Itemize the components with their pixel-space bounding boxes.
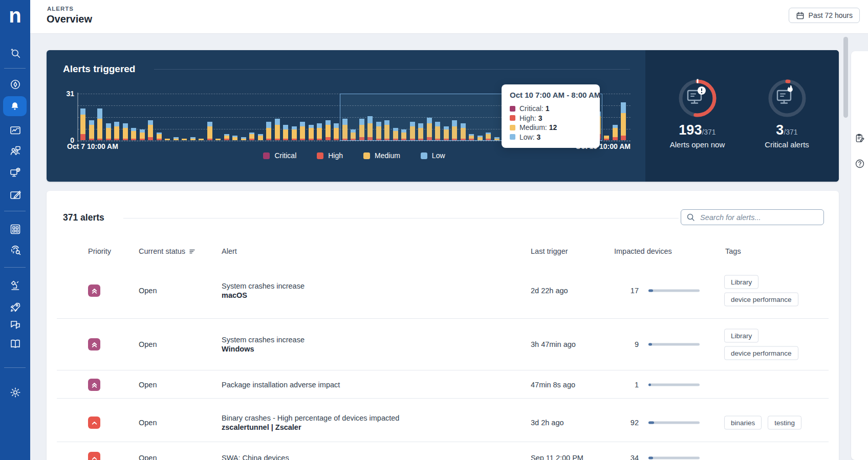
alert-bar[interactable] xyxy=(326,120,331,140)
alert-bar[interactable] xyxy=(157,133,162,140)
sidebar-item-campaigns[interactable] xyxy=(5,185,26,206)
sidebar-item-applications[interactable] xyxy=(5,219,26,239)
alert-bar[interactable] xyxy=(140,129,145,140)
campaigns-icon xyxy=(9,189,21,202)
settings-gear-icon xyxy=(9,386,21,399)
alert-bar[interactable] xyxy=(80,108,85,140)
alert-bar[interactable] xyxy=(182,139,187,140)
row-devices-count: 17 xyxy=(608,287,639,295)
sidebar-item-dashboards[interactable] xyxy=(5,120,26,141)
sidebar-item-remote-devices[interactable] xyxy=(5,162,26,183)
dashboards-icon xyxy=(9,124,21,137)
row-devices-count: 9 xyxy=(608,340,639,348)
sidebar: n xyxy=(0,0,30,460)
alert-bar[interactable] xyxy=(97,108,102,140)
alert-bar[interactable] xyxy=(266,122,271,140)
launch-rocket-icon xyxy=(9,301,21,313)
chart-tooltip: Oct 10 7:00 AM - 8:00 AM Critical: 1High… xyxy=(502,84,600,148)
chart-legend: CriticalHighMediumLow xyxy=(78,151,631,160)
sidebar-item-workforce[interactable] xyxy=(5,141,26,161)
alert-bar[interactable] xyxy=(309,125,314,140)
alert-bar[interactable] xyxy=(114,122,119,140)
row-alert-name[interactable]: Package installation adverse impact xyxy=(222,380,340,389)
alert-bar[interactable] xyxy=(199,139,204,140)
tag-chip[interactable]: testing xyxy=(768,416,801,430)
applications-grid-icon xyxy=(9,223,21,235)
alert-bar[interactable] xyxy=(207,122,212,140)
app-logo[interactable]: n xyxy=(0,1,30,30)
help-icon[interactable] xyxy=(855,159,865,170)
alert-bar[interactable] xyxy=(215,139,221,140)
alert-bar[interactable] xyxy=(106,123,111,140)
tag-chip[interactable]: Library xyxy=(724,275,758,289)
sidebar-item-experiments[interactable] xyxy=(5,275,26,296)
critical-alerts-label: Critical alerts xyxy=(765,140,809,149)
tooltip-row: Medium: 12 xyxy=(510,123,592,133)
alert-bar[interactable] xyxy=(131,128,136,140)
sidebar-item-library[interactable] xyxy=(5,334,26,354)
row-devices-count: 92 xyxy=(608,419,639,427)
row-status: Open xyxy=(139,419,157,427)
row-last-trigger: Sep 11 2:00 PM xyxy=(531,454,583,460)
legend-swatch xyxy=(421,152,427,159)
alert-bar[interactable] xyxy=(224,134,229,140)
alert-bar[interactable] xyxy=(190,137,196,140)
alert-bar[interactable] xyxy=(275,119,280,140)
alert-bar[interactable] xyxy=(604,136,609,140)
alert-bar[interactable] xyxy=(148,120,153,140)
row-alert-name[interactable]: System crashes increaseWindows xyxy=(222,335,305,354)
alert-bar[interactable] xyxy=(165,139,170,140)
notes-clipboard-icon[interactable] xyxy=(855,133,865,145)
investigations-icon xyxy=(9,244,21,256)
breadcrumb: ALERTS xyxy=(47,6,74,12)
chart-title: Alerts triggered xyxy=(63,63,135,75)
alert-bar[interactable] xyxy=(300,122,305,140)
sidebar-item-engage[interactable] xyxy=(5,315,26,335)
alert-bar[interactable] xyxy=(249,133,254,140)
alert-bar[interactable] xyxy=(241,137,246,140)
alert-bar[interactable] xyxy=(123,123,128,140)
row-devices-count: 34 xyxy=(608,454,639,460)
table-row[interactable]: OpenSystem crashes increasemacOS2d 22h a… xyxy=(47,262,839,319)
alerts-table-card: 371 alerts Priority Current status Alert… xyxy=(47,191,839,460)
legend-item[interactable]: High xyxy=(317,151,343,160)
alert-bar[interactable] xyxy=(173,137,179,140)
alert-bar[interactable] xyxy=(613,125,618,140)
sidebar-item-investigations[interactable] xyxy=(5,239,26,260)
vertical-scrollbar[interactable] xyxy=(843,37,848,118)
page-title: Overview xyxy=(47,13,92,25)
row-devices-bar xyxy=(648,384,700,386)
legend-item[interactable]: Low xyxy=(421,151,445,160)
alert-bar[interactable] xyxy=(232,136,237,140)
row-tags: Librarydevice performance xyxy=(724,275,798,306)
legend-item[interactable]: Medium xyxy=(363,151,400,160)
alert-bar[interactable] xyxy=(334,123,339,140)
y-axis-max-label: 31 xyxy=(60,90,74,98)
sidebar-item-launch[interactable] xyxy=(5,297,26,317)
sidebar-item-explore[interactable] xyxy=(5,74,26,95)
row-last-trigger: 2d 22h ago xyxy=(531,287,568,295)
alert-bar[interactable] xyxy=(258,134,263,140)
critical-alerts-value: 3/371 xyxy=(776,122,797,140)
row-alert-name[interactable]: System crashes increasemacOS xyxy=(222,281,305,300)
tag-chip[interactable]: device performance xyxy=(724,293,798,306)
time-range-button[interactable]: Past 72 hours xyxy=(789,8,860,23)
monitor-flame-icon xyxy=(777,85,793,103)
legend-item[interactable]: Critical xyxy=(263,151,296,160)
alert-bar[interactable] xyxy=(317,123,322,140)
sidebar-item-settings[interactable] xyxy=(5,382,26,403)
table-row[interactable]: OpenSWA: China devicesSep 11 2:00 PM34 xyxy=(47,430,839,460)
row-status: Open xyxy=(139,454,157,460)
row-devices-bar xyxy=(648,457,700,459)
row-alert-name[interactable]: Binary crashes - High percentage of devi… xyxy=(222,413,399,432)
priority-high-icon xyxy=(88,417,100,429)
sidebar-item-ai-search[interactable] xyxy=(5,43,26,63)
tag-chip[interactable]: Library xyxy=(724,329,758,343)
row-alert-name[interactable]: SWA: China devices xyxy=(222,453,289,460)
alert-bar[interactable] xyxy=(283,125,288,140)
alert-bar[interactable] xyxy=(621,102,626,140)
alert-bar[interactable] xyxy=(292,126,297,140)
tag-chip[interactable]: binaries xyxy=(724,416,762,430)
alert-bar[interactable] xyxy=(89,120,94,140)
sidebar-item-alerts[interactable] xyxy=(3,96,27,116)
